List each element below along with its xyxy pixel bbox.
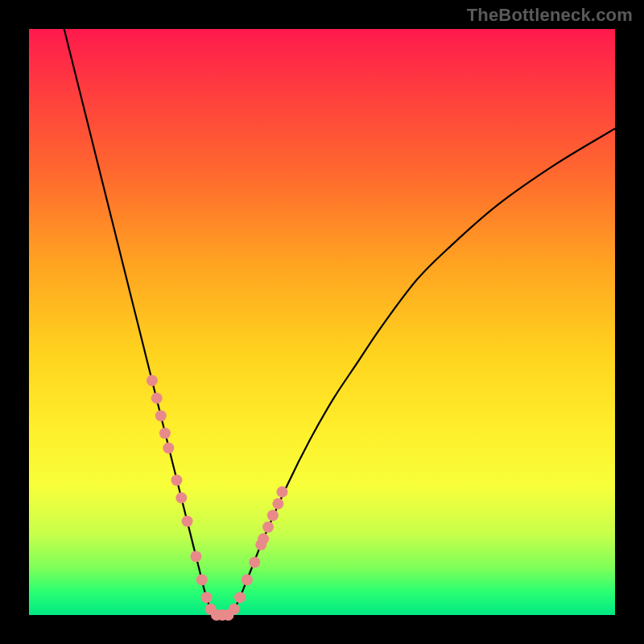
marker-group: [147, 375, 288, 621]
curve-svg: [29, 29, 615, 615]
plot-area: [29, 29, 615, 615]
highlight-marker: [272, 498, 283, 510]
bottleneck-curve: [64, 29, 615, 616]
highlight-marker: [163, 443, 174, 454]
highlight-marker: [242, 574, 253, 585]
watermark-text: TheBottleneck.com: [467, 5, 633, 26]
highlight-marker: [262, 522, 274, 533]
highlight-marker: [258, 533, 269, 544]
highlight-marker: [159, 427, 171, 439]
highlight-marker: [171, 475, 182, 486]
highlight-marker: [151, 393, 163, 404]
highlight-marker: [234, 592, 246, 603]
highlight-marker: [249, 556, 260, 568]
highlight-marker: [201, 592, 213, 603]
highlight-marker: [155, 410, 167, 421]
highlight-marker: [182, 516, 193, 527]
highlight-marker: [267, 510, 279, 521]
highlight-marker: [196, 574, 208, 585]
highlight-marker: [147, 375, 158, 386]
highlight-marker: [229, 604, 240, 615]
highlight-marker: [276, 486, 287, 497]
chart-frame: TheBottleneck.com: [0, 0, 644, 644]
highlight-marker: [175, 492, 187, 503]
highlight-marker: [190, 551, 201, 562]
